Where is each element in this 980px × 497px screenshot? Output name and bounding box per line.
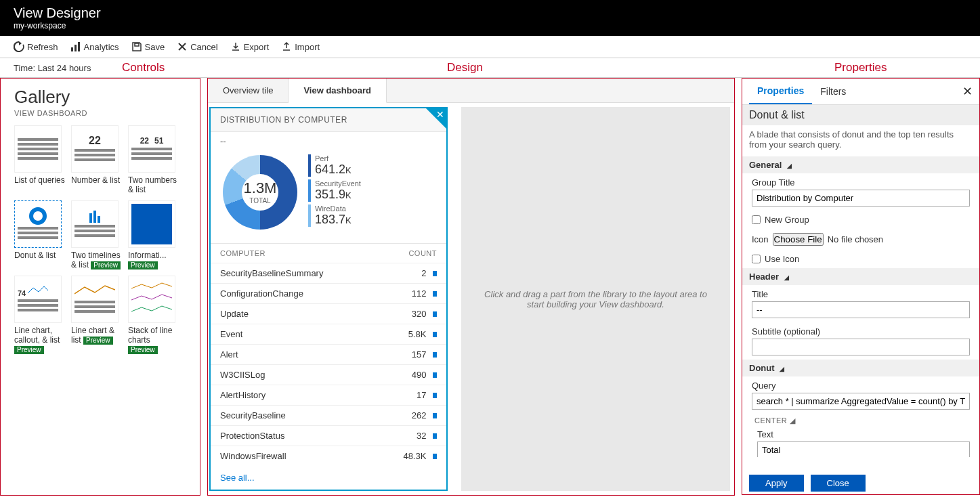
design-panel: Overview tile View dashboard ✕ DISTRIBUT… [207, 78, 735, 496]
table-row[interactable]: Update320 [211, 303, 446, 324]
tab-overview-tile[interactable]: Overview tile [208, 79, 289, 102]
header-title-label: Title [752, 289, 970, 299]
svg-rect-0 [71, 47, 73, 51]
toolbar: Refresh Analytics Save Cancel Export Imp… [0, 36, 980, 58]
use-icon-checkbox[interactable] [752, 255, 761, 263]
export-button[interactable]: Export [230, 41, 270, 52]
close-icon[interactable]: ✕ [436, 109, 444, 120]
import-button[interactable]: Import [281, 41, 320, 52]
table-row[interactable]: Event5.8K [211, 324, 446, 344]
time-range[interactable]: Time: Last 24 hours [14, 63, 91, 73]
header-subtitle-input[interactable] [752, 339, 970, 355]
export-icon [230, 41, 241, 52]
gallery-item[interactable]: Line chart & list Preview [71, 276, 124, 355]
donut-center: 1.3M TOTAL [223, 155, 297, 230]
properties-annotation: Properties [834, 61, 887, 74]
refresh-icon [14, 41, 24, 52]
analytics-button[interactable]: Analytics [70, 41, 119, 52]
gallery-subtitle: VIEW DASHBOARD [14, 109, 186, 117]
app-header: View Designer my-workspace [0, 0, 980, 36]
properties-panel: Properties Filters ✕ Donut & list A blad… [742, 78, 980, 496]
prop-type-title: Donut & list [742, 105, 979, 125]
query-label: Query [752, 381, 970, 391]
table-row[interactable]: Alert157 [211, 344, 446, 364]
header-title-input[interactable] [752, 301, 970, 318]
svg-rect-1 [74, 45, 77, 51]
center-section-label[interactable]: CENTER ◢ [742, 414, 979, 425]
svg-rect-2 [78, 42, 80, 51]
donut-chart: 1.3M TOTAL [223, 155, 297, 230]
no-file-label: No file chosen [828, 234, 883, 244]
gallery-item[interactable]: 2251Two numbers & list [128, 125, 181, 195]
center-text-input[interactable] [757, 441, 970, 457]
page-title: View Designer [14, 5, 966, 21]
refresh-button[interactable]: Refresh [14, 41, 58, 52]
group-title-label: Group Title [752, 177, 970, 188]
cancel-icon [177, 41, 188, 52]
gallery-item[interactable]: Two timelines & list Preview [71, 200, 124, 270]
gallery-item[interactable]: Stack of line charts Preview [128, 276, 181, 355]
section-donut[interactable]: Donut [742, 360, 979, 376]
properties-buttons: Apply Close [742, 472, 979, 494]
section-header[interactable]: Header [742, 268, 979, 285]
gallery-grid: List of queries22Number & list2251Two nu… [14, 125, 186, 355]
controls-panel: Gallery VIEW DASHBOARD List of queries22… [0, 78, 200, 496]
new-group-checkbox[interactable] [752, 215, 761, 224]
design-tabs: Overview tile View dashboard [208, 79, 734, 103]
save-icon [131, 41, 142, 52]
section-general[interactable]: General [742, 156, 979, 173]
save-button[interactable]: Save [131, 41, 165, 52]
table-row[interactable]: SecurityBaselineSummary2 [211, 263, 446, 283]
table-header: COMPUTER COUNT [211, 244, 446, 263]
new-group-label: New Group [765, 215, 809, 225]
gallery-item[interactable]: List of queries [14, 125, 67, 195]
legend-row: SecurityEvent351.9K [308, 179, 361, 202]
main-area: Gallery VIEW DASHBOARD List of queries22… [0, 77, 980, 496]
use-icon-label: Use Icon [765, 254, 799, 264]
table-row[interactable]: ProtectionStatus32 [211, 425, 446, 446]
workspace-name: my-workspace [14, 21, 966, 30]
legend-row: WireData183.7K [308, 204, 361, 227]
gallery-item[interactable]: Informati... Preview [128, 200, 181, 270]
import-icon [281, 41, 292, 52]
tile-title: DISTRIBUTION BY COMPUTER [211, 108, 446, 132]
drop-zone[interactable]: Click and drag a part from the library t… [461, 107, 730, 491]
table-row[interactable]: W3CIISLog490 [211, 364, 446, 385]
header-subtitle-label: Subtitle (optional) [752, 326, 970, 337]
properties-tabs: Properties Filters ✕ [742, 79, 979, 105]
group-title-input[interactable] [752, 190, 970, 207]
gallery-item[interactable]: 74 Line chart, callout, & list Preview [14, 276, 67, 355]
analytics-icon [70, 41, 81, 52]
donut-list-tile[interactable]: ✕ DISTRIBUTION BY COMPUTER -- 1.3M TOTAL… [209, 107, 448, 491]
tab-properties[interactable]: Properties [749, 79, 812, 104]
apply-button[interactable]: Apply [749, 475, 804, 492]
tile-subtitle: -- [211, 132, 446, 146]
controls-annotation: Controls [122, 61, 165, 74]
see-all-link[interactable]: See all... [211, 466, 446, 490]
center-text-label: Text [757, 429, 970, 439]
cancel-button[interactable]: Cancel [177, 41, 217, 52]
donut-legend: Perf641.2KSecurityEvent351.9KWireData183… [308, 154, 361, 230]
gallery-title: Gallery [14, 87, 186, 108]
table-row[interactable]: ConfigurationChange112 [211, 283, 446, 303]
close-button[interactable]: Close [811, 475, 866, 492]
query-input[interactable] [752, 393, 970, 410]
table-row[interactable]: SecurityBaseline262 [211, 405, 446, 425]
legend-row: Perf641.2K [308, 154, 361, 177]
table-row[interactable]: AlertHistory17 [211, 385, 446, 405]
table-row[interactable]: WindowsFirewall48.3K [211, 446, 446, 466]
tab-view-dashboard[interactable]: View dashboard [289, 79, 386, 103]
gallery-item[interactable]: Donut & list [14, 200, 67, 270]
design-annotation: Design [447, 61, 483, 74]
choose-file-button[interactable]: Choose File [773, 233, 824, 246]
gallery-item[interactable]: 22Number & list [71, 125, 124, 195]
prop-description: A blade that consists of donut and the t… [742, 129, 979, 156]
tab-filters[interactable]: Filters [812, 79, 854, 104]
table-body: SecurityBaselineSummary2 ConfigurationCh… [211, 263, 446, 466]
icon-label: Icon [752, 234, 769, 244]
annotation-row: Time: Last 24 hours Controls Design Prop… [0, 58, 980, 77]
close-properties-icon[interactable]: ✕ [962, 84, 973, 99]
